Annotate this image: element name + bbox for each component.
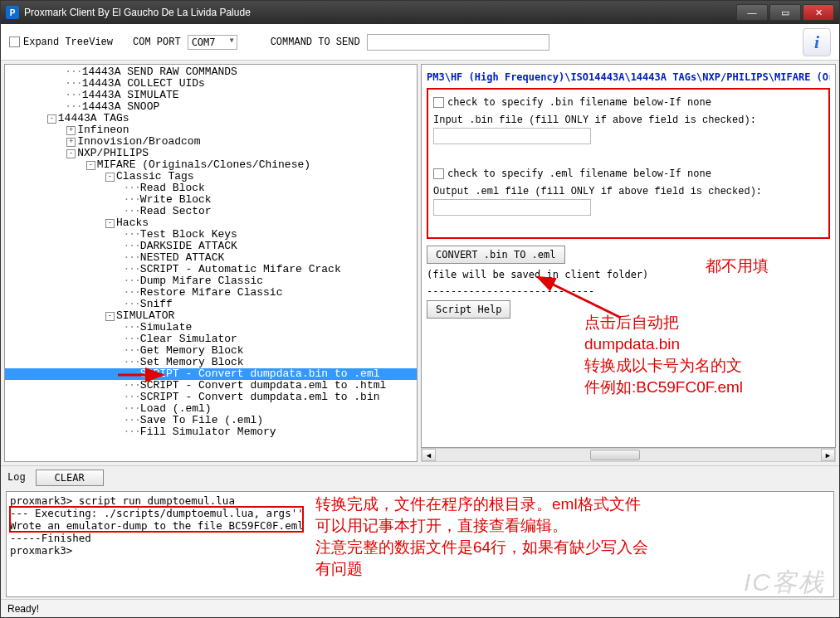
tree-item[interactable]: ···SCRIPT - Automatic Mifare Crack — [5, 264, 417, 275]
tree-item[interactable]: +Infineon — [5, 124, 417, 136]
tree-item[interactable]: ···Write Block — [5, 194, 417, 206]
tree-item[interactable]: ···14443A SNOOP — [5, 101, 417, 113]
tree-item[interactable]: ···14443A SIMULATE — [5, 90, 417, 101]
tree-item[interactable]: ···SCRIPT - Convert dumpdata.bin to .eml — [5, 368, 417, 380]
tree-item[interactable]: -NXP/PHILIPS — [5, 148, 417, 159]
tree-item[interactable]: ···14443A SEND RAW COMMANDS — [5, 66, 417, 78]
com-port-label: COM PORT — [133, 36, 181, 48]
close-button[interactable]: ✕ — [803, 4, 834, 21]
com-port-select[interactable]: COM7 — [188, 35, 237, 50]
scroll-left-icon[interactable]: ◄ — [422, 449, 436, 461]
right-hscrollbar[interactable]: ◄ ► — [421, 448, 836, 462]
expander-icon[interactable]: - — [86, 161, 95, 170]
scroll-right-icon[interactable]: ► — [821, 449, 835, 461]
output-eml-label: Output .eml file (fill ONLY if above fie… — [433, 186, 823, 197]
tree-item[interactable]: ···Restore Mifare Classic — [5, 287, 417, 299]
expander-icon[interactable]: - — [47, 114, 56, 124]
tree-item[interactable]: ···Set Memory Block — [5, 357, 417, 368]
tree-item[interactable]: -SIMULATOR — [5, 310, 417, 322]
console-line: Wrote an emulator-dump to the file BC59F… — [10, 519, 830, 532]
output-eml-field[interactable] — [433, 199, 591, 216]
maximize-button[interactable]: ▭ — [769, 4, 801, 21]
input-bin-label: Input .bin file (fill ONLY if above fiel… — [433, 114, 823, 126]
tree-item[interactable]: -Classic Tags — [5, 171, 417, 182]
app-icon: P — [6, 6, 19, 19]
minimize-button[interactable]: — — [736, 4, 768, 21]
log-label: Log — [7, 472, 26, 484]
tree-item[interactable]: -Hacks — [5, 217, 417, 229]
tree-item[interactable]: ···Clear Simulator — [5, 333, 417, 345]
breadcrumb: PM3\HF (High Frequency)\ISO14443A\14443A… — [427, 71, 830, 83]
expander-icon[interactable]: + — [66, 138, 76, 147]
tree-item[interactable]: ···SCRIPT - Convert dumpdata.eml to .bin — [5, 392, 417, 403]
tree-item[interactable]: ···DARKSIDE ATTACK — [5, 241, 417, 252]
status-text: Ready! — [7, 603, 39, 615]
expand-treeview-checkbox[interactable]: Expand TreeView — [9, 36, 113, 48]
annotation-2: 点击后自动把 dumpdata.bin 转换成以卡号为名的文 件例如:BC59F… — [584, 312, 825, 398]
scroll-thumb[interactable] — [590, 450, 640, 460]
log-bar: Log CLEAR — [1, 465, 839, 489]
console-line: -----Finished — [10, 532, 830, 544]
tree-item[interactable]: ···Get Memory Block — [5, 345, 417, 357]
command-input[interactable] — [367, 34, 549, 51]
expander-icon[interactable]: - — [66, 149, 76, 158]
tree-item[interactable]: ···Save To File (.eml) — [5, 415, 417, 426]
check-bin-checkbox[interactable] — [433, 97, 444, 108]
expander-icon[interactable]: - — [105, 219, 115, 228]
convert-button[interactable]: CONVERT .bin TO .eml — [427, 246, 565, 264]
param-box: check to specify .bin filename below-If … — [427, 88, 830, 239]
tree-item[interactable]: ···14443A COLLECT UIDs — [5, 78, 417, 90]
toolbar: Expand TreeView COM PORT COM7 COMMAND TO… — [1, 24, 839, 61]
tree-item[interactable]: ···Sniff — [5, 299, 417, 310]
tree-item[interactable]: ···SCRIPT - Convert dumpdata.eml to .htm… — [5, 380, 417, 392]
check-eml-checkbox[interactable] — [433, 168, 444, 179]
tree-item[interactable]: ···Simulate — [5, 322, 417, 333]
tree-item[interactable]: -14443A TAGs — [5, 113, 417, 124]
console-line: proxmark3> script run dumptoemul.lua — [10, 494, 830, 507]
window-title: Proxmark Client By El Gaucho De La Livid… — [24, 7, 735, 18]
expander-icon[interactable]: + — [66, 126, 76, 135]
divider: ---------------------------- — [427, 285, 830, 297]
titlebar[interactable]: P Proxmark Client By El Gaucho De La Liv… — [1, 1, 839, 24]
tree-item[interactable]: ···Read Sector — [5, 206, 417, 217]
script-help-button[interactable]: Script Help — [427, 300, 510, 319]
input-bin-field[interactable] — [433, 128, 591, 144]
tree-panel[interactable]: ···14443A SEND RAW COMMANDS ···14443A CO… — [4, 64, 418, 462]
info-icon[interactable]: i — [803, 28, 831, 56]
statusbar: Ready! — [1, 599, 839, 617]
console-output[interactable]: proxmark3> script run dumptoemul.lua ---… — [6, 491, 834, 597]
console-line: --- Executing: ./scripts/dumptoemul.lua,… — [10, 507, 830, 519]
check-eml-label: check to specify .eml filename below-If … — [447, 168, 711, 179]
detail-panel: PM3\HF (High Frequency)\ISO14443A\14443A… — [421, 64, 836, 448]
svg-line-1 — [538, 277, 621, 318]
save-hint: (file will be saved in client folder) — [427, 269, 830, 280]
check-bin-label: check to specify .bin filename below-If … — [447, 96, 711, 108]
tree-item[interactable]: ···Fill Simulator Memory — [5, 426, 417, 438]
tree-item[interactable]: ···NESTED ATTACK — [5, 252, 417, 264]
tree-item[interactable]: ···Test Block Keys — [5, 229, 417, 241]
tree-item[interactable]: ···Dump Mifare Classic — [5, 275, 417, 287]
expander-icon[interactable]: - — [105, 312, 115, 321]
clear-button[interactable]: CLEAR — [36, 470, 104, 486]
tree-item[interactable]: ···Read Block — [5, 182, 417, 194]
tree-item[interactable]: -MIFARE (Originals/Clones/Chinese) — [5, 159, 417, 171]
expander-icon[interactable]: - — [105, 173, 115, 182]
tree-item[interactable]: ···Load (.eml) — [5, 403, 417, 415]
console-line: proxmark3> — [10, 544, 830, 557]
command-to-send-label: COMMAND TO SEND — [271, 36, 360, 48]
tree-item[interactable]: +Innovision/Broadcom — [5, 136, 417, 148]
